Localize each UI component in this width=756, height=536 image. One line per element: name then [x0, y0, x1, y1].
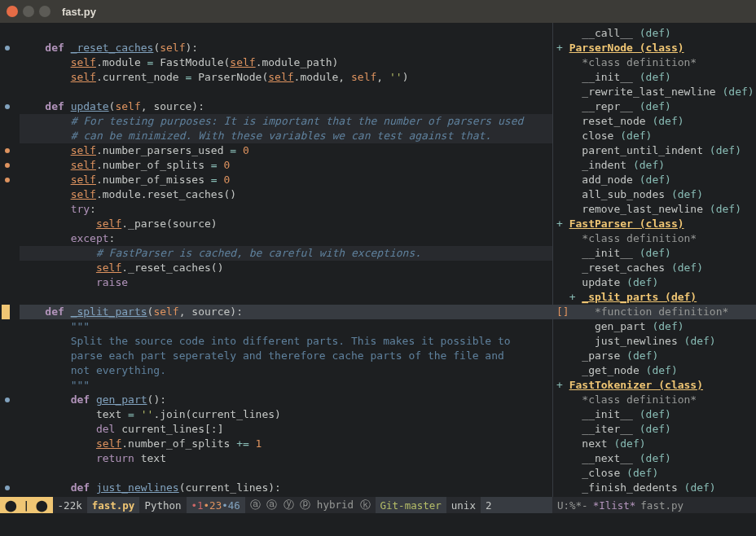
outline-item[interactable]: _close (def): [553, 466, 756, 481]
outline-item[interactable]: + ParserNode (class): [553, 41, 756, 55]
window-title: fast.py: [62, 6, 96, 18]
outline-item[interactable]: + FastTokenizer (class): [553, 378, 756, 393]
outline-item[interactable]: just_newlines (def): [553, 334, 756, 349]
code-line[interactable]: self.number_of_splits = 0: [20, 158, 552, 173]
code-line[interactable]: [20, 466, 552, 481]
gutter-marker[interactable]: [5, 178, 10, 182]
code-line[interactable]: def _split_parts(self, source):: [20, 305, 552, 319]
code-line[interactable]: self.number_parsers_used = 0: [20, 143, 552, 158]
code-line[interactable]: # can be minimized. With these variables…: [20, 129, 552, 143]
code-line[interactable]: text = ''.join(current_lines): [20, 407, 552, 422]
code-line[interactable]: Split the source code into different par…: [20, 334, 552, 349]
code-editor-pane[interactable]: def _reset_caches(self): self.module = F…: [0, 23, 552, 497]
code-line[interactable]: [20, 290, 552, 305]
window-maximize-button[interactable]: [39, 6, 51, 17]
outline-item[interactable]: _rewrite_last_newline (def): [553, 85, 756, 99]
outline-item[interactable]: _reset_caches (def): [553, 261, 756, 275]
editor-main: def _reset_caches(self): self.module = F…: [0, 23, 756, 497]
code-line[interactable]: def _reset_caches(self):: [20, 41, 552, 55]
outline-item[interactable]: close (def): [553, 129, 756, 143]
outline-item[interactable]: update (def): [553, 275, 756, 290]
modeline-right-state: U:%*-: [552, 497, 593, 513]
modeline-right-buffer: *Ilist*: [593, 499, 636, 512]
code-line[interactable]: """: [20, 378, 552, 393]
code-line[interactable]: del current_lines[:]: [20, 422, 552, 437]
code-line[interactable]: def gen_part():: [20, 393, 552, 407]
gutter-marker[interactable]: [5, 398, 10, 402]
outline-item[interactable]: *class definition*: [553, 393, 756, 407]
code-line[interactable]: def just_newlines(current_lines):: [20, 481, 552, 495]
code-line[interactable]: self.number_of_misses = 0: [20, 173, 552, 187]
code-line[interactable]: self._parse(source): [20, 217, 552, 231]
window-minimize-button[interactable]: [23, 6, 34, 17]
cursor-marker: [2, 305, 10, 319]
gutter-marker[interactable]: [5, 163, 10, 168]
minibuffer[interactable]: [0, 513, 756, 536]
code-line[interactable]: """: [20, 319, 552, 334]
modeline-encoding: unix: [446, 497, 481, 513]
modeline-major-mode: Python: [139, 497, 186, 513]
gutter-marker[interactable]: [5, 46, 10, 51]
outline-item[interactable]: __init__ (def): [553, 70, 756, 85]
outline-item[interactable]: *class definition*: [553, 231, 756, 246]
modeline-right[interactable]: U:%*- *Ilist* fast.py: [552, 497, 756, 513]
window-titlebar: fast.py: [0, 0, 756, 23]
modeline-row: ⬤ | ⬤ - 22k fast.py Python •1 •23 •46 ⓐ …: [0, 497, 756, 513]
code-line[interactable]: raise: [20, 275, 552, 290]
editor-gutter[interactable]: [0, 23, 20, 497]
code-line[interactable]: # For testing purposes: It is important …: [20, 114, 552, 129]
code-line[interactable]: self.number_of_splits += 1: [20, 437, 552, 451]
outline-item[interactable]: _parse (def): [553, 349, 756, 363]
outline-item[interactable]: reset_node (def): [553, 114, 756, 129]
modeline-filename: fast.py: [87, 497, 140, 513]
modeline-vc: Git-master: [376, 497, 446, 513]
modeline-indicator: ⬤ | ⬤: [0, 497, 53, 513]
outline-item[interactable]: _indent (def): [553, 158, 756, 173]
outline-item[interactable]: __call__ (def): [553, 26, 756, 41]
code-line[interactable]: # FastParser is cached, be careful with …: [20, 246, 552, 261]
code-line[interactable]: def update(self, source):: [20, 99, 552, 114]
outline-item[interactable]: __repr__ (def): [553, 99, 756, 114]
outline-item[interactable]: __iter__ (def): [553, 422, 756, 437]
outline-item[interactable]: + _split_parts (def): [553, 290, 756, 305]
outline-item[interactable]: next (def): [553, 437, 756, 451]
window-close-button[interactable]: [7, 6, 18, 17]
outline-item[interactable]: __next__ (def): [553, 451, 756, 466]
code-line[interactable]: [20, 26, 552, 41]
modeline-flycheck: •1 •23 •46: [187, 497, 245, 513]
modeline-modified: - 22k: [53, 497, 87, 513]
gutter-marker[interactable]: [5, 104, 10, 109]
code-line[interactable]: except:: [20, 231, 552, 246]
outline-item[interactable]: gen_part (def): [553, 319, 756, 334]
modeline-right-file: fast.py: [635, 497, 688, 513]
code-line[interactable]: for line in current_lines:: [20, 495, 552, 497]
outline-item[interactable]: __init__ (def): [553, 407, 756, 422]
code-line[interactable]: not everything.: [20, 363, 552, 378]
outline-item[interactable]: + FastParser (class): [553, 217, 756, 231]
outline-item[interactable]: _get_node (def): [553, 363, 756, 378]
outline-item[interactable]: parent_until_indent (def): [553, 143, 756, 158]
code-line[interactable]: try:: [20, 202, 552, 217]
modeline-left[interactable]: ⬤ | ⬤ - 22k fast.py Python •1 •23 •46 ⓐ …: [0, 497, 552, 513]
code-line[interactable]: self.module.reset_caches(): [20, 187, 552, 202]
code-line[interactable]: self.module = FastModule(self.module_pat…: [20, 55, 552, 70]
code-line[interactable]: parse each part seperately and therefore…: [20, 349, 552, 363]
outline-item[interactable]: remove_last_newline (def): [553, 202, 756, 217]
code-line[interactable]: self.current_node = ParserNode(self.modu…: [20, 70, 552, 85]
code-line[interactable]: [20, 85, 552, 99]
gutter-marker[interactable]: [5, 148, 10, 153]
outline-item[interactable]: _finish_dedents (def): [553, 481, 756, 495]
modeline-minor-modes: ⓐ ⓐ ⓨ ⓟ hybrid ⓚ: [245, 497, 376, 513]
code-area[interactable]: def _reset_caches(self): self.module = F…: [20, 23, 552, 497]
outline-item[interactable]: [] *function definition*: [553, 305, 756, 319]
gutter-marker[interactable]: [5, 485, 10, 490]
modeline-position: 2: [481, 497, 497, 513]
code-line[interactable]: return text: [20, 451, 552, 466]
outline-item[interactable]: all_sub_nodes (def): [553, 187, 756, 202]
outline-pane[interactable]: __call__ (def)+ ParserNode (class) *clas…: [552, 23, 756, 497]
outline-item[interactable]: __init__ (def): [553, 246, 756, 261]
outline-item[interactable]: add_node (def): [553, 173, 756, 187]
outline-item[interactable]: *class definition*: [553, 55, 756, 70]
code-line[interactable]: self._reset_caches(): [20, 261, 552, 275]
